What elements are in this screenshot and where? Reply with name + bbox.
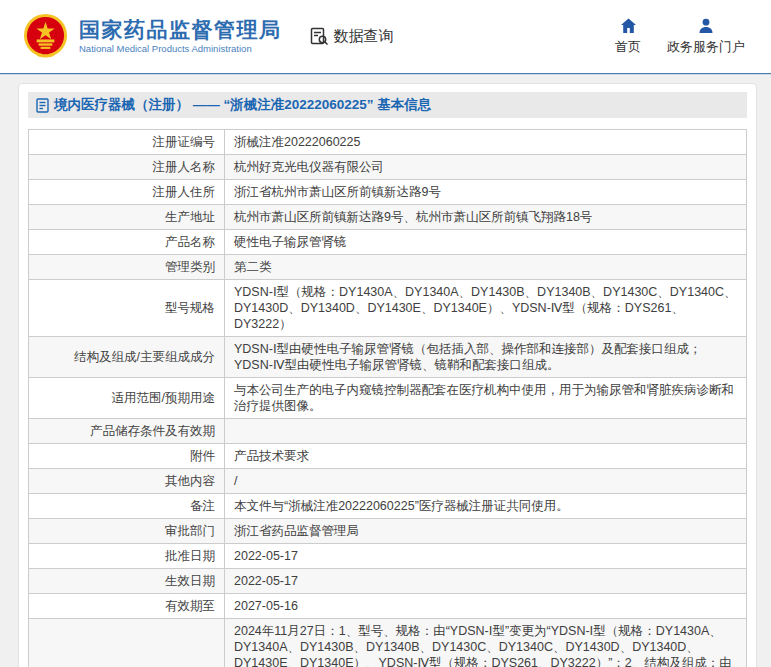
table-row: 审批部门浙江省药品监督管理局 <box>29 519 747 544</box>
table-row: 注册人名称杭州好克光电仪器有限公司 <box>29 155 747 180</box>
nav-gov-portal-label: 政务服务门户 <box>667 38 745 56</box>
row-label: 注册人名称 <box>29 155 225 180</box>
row-label: 产品名称 <box>29 230 225 255</box>
row-value: 硬性电子输尿管肾镜 <box>225 230 747 255</box>
row-value: 杭州市萧山区所前镇新达路9号、杭州市萧山区所前镇飞翔路18号 <box>225 205 747 230</box>
nav-home-label: 首页 <box>615 38 641 56</box>
row-value: 浙江省药品监督管理局 <box>225 519 747 544</box>
table-row: 产品储存条件及有效期 <box>29 419 747 444</box>
data-query-label: 数据查询 <box>334 27 394 46</box>
row-label: 管理类别 <box>29 255 225 280</box>
breadcrumb: 境内医疗器械（注册） —— “浙械注准20222060225” 基本信息 <box>28 92 747 118</box>
row-label: 产品储存条件及有效期 <box>29 419 225 444</box>
table-row: 注册证编号浙械注准20222060225 <box>29 130 747 155</box>
row-value: 浙械注准20222060225 <box>225 130 747 155</box>
data-query-tab[interactable]: 数据查询 <box>310 27 394 46</box>
row-label: 注册证编号 <box>29 130 225 155</box>
page-title: 境内医疗器械（注册） —— “浙械注准20222060225” 基本信息 <box>54 96 431 114</box>
row-label: 附件 <box>29 444 225 469</box>
row-label: 注册人住所 <box>29 180 225 205</box>
row-value: 杭州好克光电仪器有限公司 <box>225 155 747 180</box>
site-header: 国家药品监督管理局 National Medical Products Admi… <box>0 0 771 73</box>
nav-gov-portal[interactable]: 政务服务门户 <box>667 18 745 56</box>
row-value: 与本公司生产的电子内窥镜控制器配套在医疗机构中使用，用于为输尿管和肾脏疾病诊断和… <box>225 378 747 419</box>
row-label: 审批部门 <box>29 519 225 544</box>
row-value: 产品技术要求 <box>225 444 747 469</box>
table-row: 有效期至2027-05-16 <box>29 594 747 619</box>
org-name-en: National Medical Products Administration <box>79 42 282 55</box>
row-value: 第二类 <box>225 255 747 280</box>
nmpa-logo: 国家药品监督管理局 National Medical Products Admi… <box>22 13 282 60</box>
table-row: 变更情况2024年11月27日：1、型号、规格：由“YDSN-Ⅰ型”变更为“YD… <box>29 619 747 667</box>
row-value: YDSN-Ⅰ型（规格：DY1430A、DY1340A、DY1430B、DY134… <box>225 280 747 337</box>
row-label: 结构及组成/主要组成成分 <box>29 337 225 378</box>
nav-home[interactable]: 首页 <box>615 18 641 56</box>
table-row: 附件产品技术要求 <box>29 444 747 469</box>
table-row: 产品名称硬性电子输尿管肾镜 <box>29 230 747 255</box>
user-icon <box>698 18 714 34</box>
row-label: 生效日期 <box>29 569 225 594</box>
table-row: 其他内容/ <box>29 469 747 494</box>
table-row: 备注本文件与“浙械注准20222060225”医疗器械注册证共同使用。 <box>29 494 747 519</box>
row-value: 本文件与“浙械注准20222060225”医疗器械注册证共同使用。 <box>225 494 747 519</box>
table-row: 型号规格YDSN-Ⅰ型（规格：DY1430A、DY1340A、DY1430B、D… <box>29 280 747 337</box>
row-value <box>225 419 747 444</box>
table-row: 生效日期2022-05-17 <box>29 569 747 594</box>
table-row: 注册人住所浙江省杭州市萧山区所前镇新达路9号 <box>29 180 747 205</box>
info-table-body: 注册证编号浙械注准20222060225注册人名称杭州好克光电仪器有限公司注册人… <box>29 130 747 667</box>
row-label: 适用范围/预期用途 <box>29 378 225 419</box>
row-value: 2027-05-16 <box>225 594 747 619</box>
row-label: 型号规格 <box>29 280 225 337</box>
row-label: 生产地址 <box>29 205 225 230</box>
row-label: 有效期至 <box>29 594 225 619</box>
registration-info-table: 注册证编号浙械注准20222060225注册人名称杭州好克光电仪器有限公司注册人… <box>28 129 747 667</box>
row-label: 批准日期 <box>29 544 225 569</box>
row-label: 变更情况 <box>29 619 225 667</box>
row-value: 2024年11月27日：1、型号、规格：由“YDSN-Ⅰ型”变更为“YDSN-Ⅰ… <box>225 619 747 667</box>
row-value: YDSN-Ⅰ型由硬性电子输尿管肾镜（包括插入部、操作部和连接部）及配套接口组成；… <box>225 337 747 378</box>
row-value: 2022-05-17 <box>225 544 747 569</box>
row-value: / <box>225 469 747 494</box>
header-divider <box>0 73 771 75</box>
table-row: 管理类别第二类 <box>29 255 747 280</box>
row-label: 其他内容 <box>29 469 225 494</box>
row-label: 备注 <box>29 494 225 519</box>
table-row: 结构及组成/主要组成成分YDSN-Ⅰ型由硬性电子输尿管肾镜（包括插入部、操作部和… <box>29 337 747 378</box>
home-icon <box>620 18 637 34</box>
data-query-icon <box>310 27 329 46</box>
table-row: 批准日期2022-05-17 <box>29 544 747 569</box>
document-icon <box>36 98 49 113</box>
national-emblem-icon <box>22 13 69 60</box>
table-row: 生产地址杭州市萧山区所前镇新达路9号、杭州市萧山区所前镇飞翔路18号 <box>29 205 747 230</box>
row-value: 浙江省杭州市萧山区所前镇新达路9号 <box>225 180 747 205</box>
row-value: 2022-05-17 <box>225 569 747 594</box>
org-name-cn: 国家药品监督管理局 <box>79 18 282 42</box>
content-panel: 境内医疗器械（注册） —— “浙械注准20222060225” 基本信息 注册证… <box>18 83 757 667</box>
table-row: 适用范围/预期用途与本公司生产的电子内窥镜控制器配套在医疗机构中使用，用于为输尿… <box>29 378 747 419</box>
